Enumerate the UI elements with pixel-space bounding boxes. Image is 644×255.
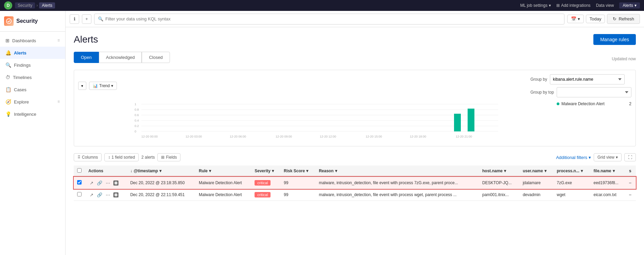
info-button[interactable]: ℹ <box>70 14 79 24</box>
chevron-down-icon: ▾ <box>613 169 615 173</box>
row-checkbox[interactable] <box>77 192 82 196</box>
row-checkbox[interactable] <box>77 180 82 185</box>
grid-icon: ⠿ <box>57 39 60 43</box>
ml-job-settings-link[interactable]: ML job settings ▾ <box>520 3 551 8</box>
page-header: Alerts Manage rules <box>74 34 636 45</box>
top-nav: D Security › Alerts ML job settings ▾ ⊞ … <box>0 0 644 11</box>
main-content: ℹ + 🔍 📅 ▾ Today ↻ Refresh <box>66 11 644 255</box>
sidebar-item-timelines[interactable]: ⏱ Timelines <box>0 71 65 83</box>
refresh-button[interactable]: ↻ Refresh <box>607 14 640 24</box>
severity-badge: critical <box>255 180 271 186</box>
table-row: ↗ 🔗 ⋯ 🔲 Dec 20, 2022 @ 23:18:35.850 Malw… <box>74 177 636 189</box>
group-by-top-select[interactable] <box>557 87 631 97</box>
svg-text:0.6: 0.6 <box>135 113 139 117</box>
expand-row-icon[interactable]: ↗ <box>88 192 94 198</box>
chart-area: ▾ 📊 Trend ▾ Group by kibana.alert.rule.n… <box>74 70 636 146</box>
additional-filters-button[interactable]: Additional filters ▾ <box>556 155 591 160</box>
sidebar-item-cases[interactable]: 📋 Cases <box>0 83 65 96</box>
chart-collapse-button[interactable]: ▾ <box>78 82 86 90</box>
row-reason: malware, intrusion_detection, file event… <box>315 177 479 189</box>
sidebar-nav: ⊞ Dashboards ⠿ 🔔 Alerts 🔍 Findings <box>0 32 65 255</box>
search-input[interactable] <box>105 16 561 21</box>
th-rule[interactable]: Rule ▾ <box>195 165 251 177</box>
sidebar-item-label: Timelines <box>13 75 32 80</box>
th-file-name[interactable]: file.name ▾ <box>590 165 626 177</box>
svg-text:12-20 12:00: 12-20 12:00 <box>320 135 336 138</box>
tab-acknowledged[interactable]: Acknowledged <box>99 52 142 63</box>
tab-open[interactable]: Open <box>74 52 99 63</box>
top-nav-right: ML job settings ▾ ⊞ Add integrations Dat… <box>520 2 640 9</box>
fields-button[interactable]: ⊞ Fields <box>157 153 180 161</box>
svg-text:0: 0 <box>135 130 136 133</box>
th-host-name[interactable]: host.name ▾ <box>479 165 519 177</box>
row-host-name: pam001.itnix... <box>479 189 519 201</box>
alert-icon: 🔔 <box>5 50 11 55</box>
row-s: – <box>626 177 636 189</box>
row-process-name: wget <box>553 189 590 201</box>
chart-legend: Malware Detection Alert 2 <box>557 100 631 142</box>
calendar-icon: 📅 <box>571 16 576 21</box>
breadcrumb-separator: › <box>36 3 38 8</box>
findings-icon: 🔍 <box>5 62 11 68</box>
alerts-badge[interactable]: Alerts ▾ <box>619 2 640 9</box>
chevron-down-icon: ▾ <box>634 3 637 8</box>
sidebar-item-alerts[interactable]: 🔔 Alerts <box>0 47 65 59</box>
investigate-icon[interactable]: 🔗 <box>97 192 103 198</box>
th-user-name[interactable]: user.name ▾ <box>519 165 553 177</box>
sidebar-item-dashboards[interactable]: ⊞ Dashboards ⠿ <box>0 34 65 47</box>
th-timestamp[interactable]: ↓ @timestamp ▾ <box>127 165 195 177</box>
row-checkbox-cell[interactable] <box>74 177 85 189</box>
grid-view-button[interactable]: Grid view ▾ <box>594 153 622 161</box>
sidebar-header: Security <box>0 11 65 32</box>
row-actions-cell: ↗ 🔗 ⋯ 🔲 <box>85 177 127 189</box>
sidebar-item-explore[interactable]: 🧭 Explore ⠿ <box>0 96 65 108</box>
date-picker-button[interactable]: 📅 ▾ <box>567 15 584 23</box>
th-reason[interactable]: Reason ▾ <box>315 165 479 177</box>
sort-icon: ↕ <box>108 155 110 160</box>
more-actions-icon[interactable]: ⋯ <box>105 192 111 198</box>
breadcrumb-alerts[interactable]: Alerts <box>39 2 55 9</box>
chevron-down-icon: ▾ <box>335 169 337 173</box>
th-process-name[interactable]: process.n... ▾ <box>553 165 590 177</box>
investigate-icon[interactable]: 🔗 <box>97 180 103 186</box>
toolbar-right: 📅 ▾ Today ↻ Refresh <box>567 14 640 24</box>
th-select-all[interactable] <box>74 165 85 177</box>
expand-table-button[interactable]: ⛶ <box>624 153 636 161</box>
manage-rules-button[interactable]: Manage rules <box>593 34 636 45</box>
fields-icon: ⊞ <box>161 155 164 160</box>
row-actions-cell: ↗ 🔗 ⋯ 🔲 <box>85 189 127 201</box>
breadcrumb-security[interactable]: Security <box>15 2 35 9</box>
th-s[interactable]: s <box>626 165 636 177</box>
row-process-name: 7zG.exe <box>553 177 590 189</box>
expand-row-icon[interactable]: ↗ <box>88 180 94 186</box>
sidebar-item-findings[interactable]: 🔍 Findings <box>0 59 65 71</box>
row-checkbox-cell[interactable] <box>74 189 85 201</box>
select-all-checkbox[interactable] <box>77 168 82 173</box>
th-risk-score[interactable]: Risk Score ▾ <box>280 165 315 177</box>
status-icon[interactable]: 🔲 <box>113 192 119 198</box>
chart-container: 1 0.8 0.6 0.4 0.2 0 <box>78 100 631 142</box>
status-icon[interactable]: 🔲 <box>113 180 119 186</box>
chevron-down-icon: ▾ <box>581 169 583 173</box>
svg-text:12-20 15:00: 12-20 15:00 <box>366 135 382 138</box>
chevron-down-icon: ▾ <box>111 83 113 88</box>
bar-chart-icon: 📊 <box>93 83 98 88</box>
row-file-name: eed19736f8... <box>590 177 626 189</box>
th-severity[interactable]: Severity ▾ <box>251 165 280 177</box>
add-integrations-link[interactable]: ⊞ Add integrations <box>556 3 591 8</box>
columns-button[interactable]: ⠿ Columns <box>74 153 102 161</box>
breadcrumb: Security › Alerts <box>15 2 55 9</box>
sidebar-item-label: Findings <box>14 63 31 68</box>
trend-button[interactable]: 📊 Trend ▾ <box>89 82 117 90</box>
today-button[interactable]: Today <box>586 15 605 23</box>
table-body: ↗ 🔗 ⋯ 🔲 Dec 20, 2022 @ 23:18:35.850 Malw… <box>74 177 636 201</box>
alerts-count-label: 2 alerts <box>141 155 155 160</box>
tab-closed[interactable]: Closed <box>142 52 170 63</box>
more-actions-icon[interactable]: ⋯ <box>105 180 111 186</box>
group-by-select[interactable]: kibana.alert.rule.name <box>550 74 625 84</box>
sorted-button[interactable]: ↕ 1 field sorted <box>104 153 139 161</box>
sidebar-item-intelligence[interactable]: 💡 Intelligence <box>0 108 65 120</box>
sidebar-item-label: Intelligence <box>14 112 36 117</box>
add-filter-button[interactable]: + <box>82 14 91 24</box>
data-view-link[interactable]: Data view <box>596 3 614 8</box>
